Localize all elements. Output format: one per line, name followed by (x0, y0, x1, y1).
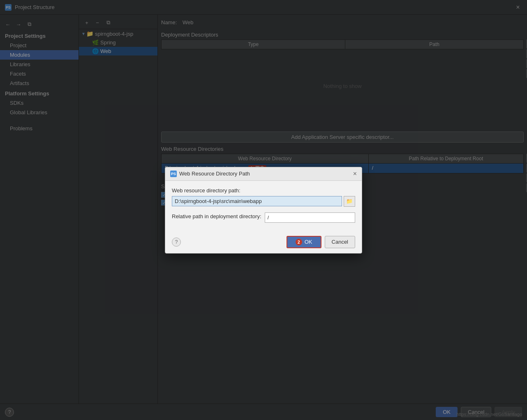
dialog: PS Web Resource Directory Path × Web res… (165, 167, 362, 254)
dialog-relative-path-row: Relative path in deployment directory: (172, 212, 355, 223)
dialog-web-resource-row: 📁 (172, 196, 355, 207)
dialog-help-button[interactable]: ? (172, 238, 181, 247)
dialog-footer-right: 2 OK Cancel (287, 236, 355, 248)
dialog-web-resource-input[interactable] (172, 196, 342, 206)
dialog-ok-button[interactable]: 2 OK (287, 236, 321, 248)
dialog-overlay: PS Web Resource Directory Path × Web res… (0, 0, 527, 420)
dialog-title-left: PS Web Resource Directory Path (170, 171, 250, 177)
dialog-browse-button[interactable]: 📁 (344, 196, 355, 207)
dialog-relative-path-label: Relative path in deployment directory: (172, 213, 261, 219)
dialog-close-button[interactable]: × (353, 171, 357, 177)
dialog-web-resource-label: Web resource directory path: (172, 187, 355, 194)
dialog-cancel-button[interactable]: Cancel (325, 236, 355, 248)
dialog-body: Web resource directory path: 📁 Relative … (165, 181, 362, 233)
dialog-title: Web Resource Directory Path (179, 171, 250, 177)
dialog-relative-path-input[interactable] (265, 212, 355, 223)
ok-badge: 2 (296, 239, 302, 245)
dialog-footer: ? 2 OK Cancel (165, 233, 362, 253)
dialog-icon: PS (170, 171, 177, 177)
dialog-title-bar: PS Web Resource Directory Path × (165, 167, 362, 181)
